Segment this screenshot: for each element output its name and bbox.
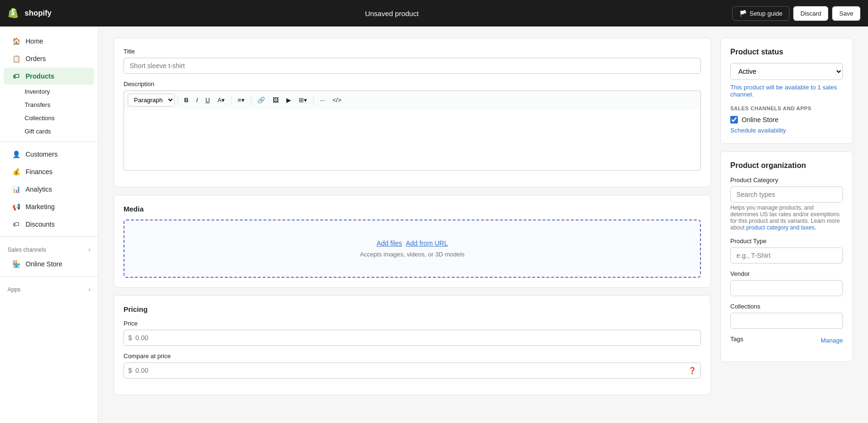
status-note: This product will be available to 1 sale… [730,84,843,98]
price-help-icon[interactable]: ❓ [688,367,696,374]
rte-align-button[interactable]: ≡▾ [234,95,248,106]
topbar: shopify Unsaved product 🏳️ Setup guide D… [0,0,868,26]
product-type-input[interactable] [730,247,843,264]
rte-divider-4 [313,96,314,105]
category-help-link[interactable]: product category and taxes. [746,224,816,231]
description-editor[interactable] [124,109,701,171]
page-title-topbar: Unsaved product [365,9,418,18]
orders-icon: 📋 [11,54,21,63]
sidebar-item-analytics[interactable]: 📊 Analytics [4,181,94,198]
product-type-label: Product Type [730,238,843,245]
store-icon: 🏪 [11,259,21,269]
rte-table-button[interactable]: ⊞▾ [295,95,310,106]
product-status-title: Product status [730,48,843,56]
marketing-icon: 📢 [11,202,21,212]
schedule-availability-link[interactable]: Schedule availability [730,127,786,134]
sidebar-item-inventory[interactable]: Inventory [4,85,94,98]
category-label: Product Category [730,176,843,184]
tags-field-group: Tags Manage [730,335,843,345]
product-status-card: Product status Active Draft This product… [720,38,853,144]
title-field-group: Title [124,48,701,74]
rte-more-button[interactable]: ··· [317,95,328,106]
rte-italic-button[interactable]: I [193,95,201,106]
sidebar-item-transfers[interactable]: Transfers [4,98,94,111]
media-hint: Accepts images, videos, or 3D models [360,251,464,258]
sales-channels-header: Sales channels › [0,241,98,255]
sidebar-item-home[interactable]: 🏠 Home [4,33,94,50]
sales-channels-label: SALES CHANNELS AND APPS [730,106,843,111]
add-from-url-button[interactable]: Add from URL [406,239,448,247]
sidebar-item-gift-cards[interactable]: Gift cards [4,125,94,138]
media-dropzone[interactable]: Add files Add from URL Accepts images, v… [124,220,701,278]
compare-price-input-wrap: $ ❓ [124,362,701,379]
media-title: Media [124,205,701,213]
rte-video-button[interactable]: ▶ [283,95,294,106]
sidebar-item-marketing[interactable]: 📢 Marketing [4,198,94,215]
analytics-icon: 📊 [11,185,21,194]
tags-label: Tags [730,335,743,343]
save-button[interactable]: Save [832,6,860,21]
chevron-right-icon[interactable]: › [89,247,90,253]
description-label: Description [124,80,701,88]
sidebar-item-online-store[interactable]: 🏪 Online Store [4,256,94,273]
rte-divider-1 [177,96,178,105]
rte-code-button[interactable]: </> [329,95,345,106]
sidebar: 🏠 Home 📋 Orders 🏷 Products Inventory Tra… [0,26,98,406]
main-content: ← Add product Title Description Paragrap… [98,0,868,406]
brand-name: shopify [25,9,52,18]
products-icon: 🏷 [11,71,21,81]
sidebar-item-finances[interactable]: 💰 Finances [4,163,94,180]
rte-divider-3 [251,96,251,105]
vendor-label: Vendor [730,270,843,277]
rte-color-button[interactable]: A▾ [214,95,228,106]
title-description-card: Title Description Paragraph Heading 1 He… [114,38,711,187]
rte-image-button[interactable]: 🖼 [269,95,282,106]
title-label: Title [124,48,701,55]
sidebar-item-products[interactable]: 🏷 Products [4,68,94,85]
category-input[interactable] [730,186,843,203]
vendor-input[interactable] [730,280,843,296]
rte-underline-button[interactable]: U [202,95,213,106]
sidebar-divider-3 [0,276,98,277]
product-type-field-group: Product Type [730,238,843,264]
currency-symbol: $ [128,334,132,342]
compare-at-price-input[interactable] [124,362,701,379]
finances-icon: 💰 [11,167,21,176]
online-store-checkbox[interactable] [730,116,738,123]
rte-bold-button[interactable]: B [181,95,192,106]
price-input-wrap: $ [124,330,701,346]
add-files-button[interactable]: Add files [377,239,402,247]
customers-icon: 👤 [11,150,21,159]
status-select[interactable]: Active Draft [730,63,843,80]
sidebar-item-discounts[interactable]: 🏷 Discounts [4,216,94,233]
manage-tags-link[interactable]: Manage [821,337,843,344]
rte-divider-2 [231,96,231,105]
description-field-group: Description Paragraph Heading 1 Heading … [124,80,701,171]
price-input[interactable] [124,330,701,346]
tags-row: Tags Manage [730,335,843,345]
collections-input[interactable] [730,313,843,329]
chevron-right-icon-apps[interactable]: › [89,286,90,293]
compare-price-field-group: Compare at price $ ❓ [124,352,701,379]
discounts-icon: 🏷 [11,220,21,229]
rte-format-select[interactable]: Paragraph Heading 1 Heading 2 [128,94,175,106]
product-organization-card: Product organization Product Category He… [720,151,853,362]
online-store-checkbox-row: Online Store [730,116,843,123]
sidebar-item-collections[interactable]: Collections [4,112,94,124]
flag-icon: 🏳️ [739,10,747,17]
vendor-field-group: Vendor [730,270,843,296]
sidebar-item-orders[interactable]: 📋 Orders [4,50,94,67]
rte-link-button[interactable]: 🔗 [254,95,268,106]
title-input[interactable] [124,58,701,74]
sidebar-divider-1 [0,141,98,142]
product-organization-title: Product organization [730,161,843,170]
main-column: Title Description Paragraph Heading 1 He… [114,38,711,395]
pricing-card: Pricing Price $ Compare at price $ ❓ [114,295,711,395]
brand-logo: shopify [8,7,52,20]
topbar-actions: 🏳️ Setup guide Discard Save [732,6,860,21]
sidebar-item-customers[interactable]: 👤 Customers [4,146,94,163]
home-icon: 🏠 [11,36,21,46]
setup-guide-button[interactable]: 🏳️ Setup guide [732,6,789,21]
discard-button[interactable]: Discard [793,6,828,21]
sidebar-divider-2 [0,237,98,237]
